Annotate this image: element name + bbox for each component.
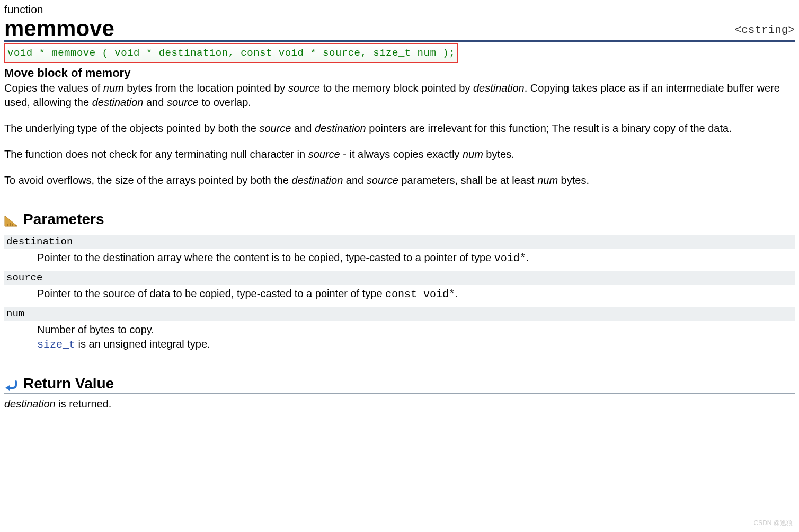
function-kind-label: function [4,3,795,16]
section-parameters-title: Parameters [23,211,104,228]
function-signature: void * memmove ( void * destination, con… [4,43,458,63]
section-parameters: Parameters [4,211,795,229]
title-row: memmove <cstring> [4,17,795,42]
parameters-list: destination Pointer to the destination a… [4,235,795,352]
param-num-name: num [4,307,795,321]
paragraph-3: The function does not check for any term… [4,147,795,162]
summary-heading: Move block of memory [4,66,795,80]
document-root: function memmove <cstring> void * memmov… [0,0,799,436]
header-include[interactable]: <cstring> [735,24,795,36]
page-title: memmove [4,17,114,40]
paragraph-2: The underlying type of the objects point… [4,121,795,136]
ruler-icon [4,214,18,225]
param-destination-name: destination [4,235,795,249]
paragraph-1: Copies the values of num bytes from the … [4,81,795,110]
section-return-value-title: Return Value [23,375,114,392]
section-return-value: Return Value [4,375,795,394]
svg-marker-5 [5,385,10,391]
return-arrow-icon [4,378,18,389]
size-t-link[interactable]: size_t [37,339,75,351]
paragraph-4: To avoid overflows, the size of the arra… [4,173,795,188]
param-destination-desc: Pointer to the destination array where t… [37,251,795,265]
return-value-text: destination is returned. [4,397,795,411]
param-num-desc: Number of bytes to copy. size_t is an un… [37,323,795,352]
param-source-name: source [4,271,795,285]
svg-marker-0 [5,216,17,226]
param-source-desc: Pointer to the source of data to be copi… [37,287,795,302]
